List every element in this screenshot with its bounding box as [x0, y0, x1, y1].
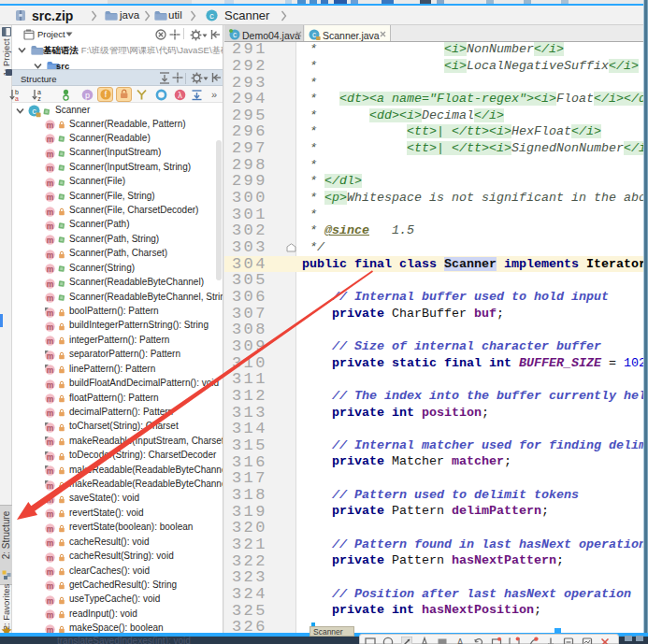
svg-text:A: A: [457, 637, 464, 644]
